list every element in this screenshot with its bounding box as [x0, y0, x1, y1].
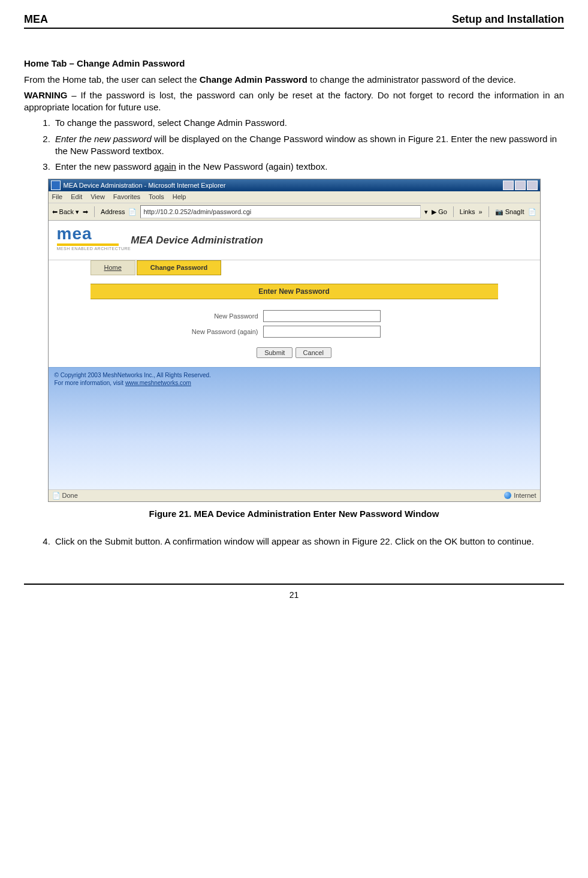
links-chevron-icon: » [479, 208, 483, 217]
maximize-button[interactable] [515, 181, 526, 190]
menu-edit[interactable]: Edit [71, 193, 82, 202]
menu-tools[interactable]: Tools [149, 193, 164, 202]
new-password-input[interactable] [263, 310, 381, 322]
page-content: mea MESH ENABLED ARCHITECTURE MEA Device… [49, 221, 540, 489]
s3u: again [154, 161, 176, 172]
step-2: Enter the new password will be displayed… [53, 133, 564, 158]
forward-button[interactable]: ➡ [83, 208, 88, 217]
submit-button[interactable]: Submit [257, 347, 293, 358]
button-row: Submit Cancel [49, 346, 540, 358]
warning-text: – If the password is lost, the password … [24, 90, 564, 112]
status-done: Done [62, 492, 78, 499]
menu-favorites[interactable]: Favorites [113, 193, 140, 202]
admin-title: MEA Device Administration [131, 234, 263, 248]
back-label: Back [59, 208, 74, 215]
page-icon: 📄 [128, 208, 137, 217]
row-new-password-again: New Password (again) [168, 326, 540, 338]
menu-help[interactable]: Help [173, 193, 186, 202]
figure-caption: Figure 21. MEA Device Administration Ent… [24, 508, 564, 520]
s1b: . [285, 118, 287, 128]
intro-a: From the Home tab, the user can select t… [24, 74, 200, 85]
mea-logo: mea [57, 227, 119, 246]
menu-view[interactable]: View [91, 193, 105, 202]
s3c: textbox. [294, 161, 328, 172]
back-button[interactable]: ⬅ Back ▾ [52, 208, 80, 217]
menubar: File Edit View Favorites Tools Help [49, 191, 540, 203]
cancel-button[interactable]: Cancel [295, 347, 331, 358]
enter-new-heading: Enter New Password [91, 284, 498, 299]
s1bold: Change Admin Password [183, 118, 284, 128]
toolbar: ⬅ Back ▾ ➡ Address 📄 ▾ ▶ Go Links » 📷 Sn… [49, 203, 540, 221]
s4bold2: OK [445, 536, 458, 546]
page-footer: © Copyright 2003 MeshNetworks Inc., All … [49, 367, 540, 489]
address-label: Address [101, 208, 125, 217]
header-right: Setup and Installation [452, 12, 564, 26]
tab-home[interactable]: Home [91, 260, 135, 275]
s3bold: New Password (again) [203, 161, 294, 172]
label-new-password-again: New Password (again) [168, 327, 263, 336]
tab-bar: Home Change Password [91, 260, 540, 275]
mea-header: mea MESH ENABLED ARCHITECTURE MEA Device… [49, 221, 540, 260]
ie-icon [51, 181, 61, 190]
page-header: MEA Setup and Installation [24, 12, 564, 29]
tab-change-password[interactable]: Change Password [137, 260, 221, 275]
snagit-extra-icon[interactable]: 📄 [528, 208, 536, 217]
s4c: button to continue. [457, 536, 534, 546]
s4a: Click on the [55, 536, 105, 546]
warning-paragraph: WARNING – If the password is lost, the p… [24, 89, 564, 114]
window-title: MEA Device Administration - Microsoft In… [64, 181, 226, 190]
steps-list-continued: Click on the Submit button. A confirmati… [53, 536, 564, 548]
page-number: 21 [24, 584, 564, 601]
copyright-text: © Copyright 2003 MeshNetworks Inc., All … [55, 371, 534, 380]
status-internet: Internet [514, 491, 536, 500]
s3a: Enter the new password [55, 161, 154, 172]
steps-list: To change the password, select Change Ad… [53, 117, 564, 173]
step-1: To change the password, select Change Ad… [53, 117, 564, 129]
s4bold1: Submit [105, 536, 133, 546]
window-buttons [503, 181, 538, 190]
step-4: Click on the Submit button. A confirmati… [53, 536, 564, 548]
s2b: textbox. [130, 146, 164, 156]
warning-lead: WARNING [24, 90, 68, 100]
minimize-button[interactable] [503, 181, 514, 190]
logo-block: mea MESH ENABLED ARCHITECTURE [57, 227, 131, 251]
s2italic: Enter the new password [55, 134, 152, 144]
label-new-password: New Password [168, 312, 263, 321]
snagit-button[interactable]: 📷 SnagIt [495, 208, 524, 217]
s4b: button. A confirmation window will appea… [132, 536, 444, 546]
go-button[interactable]: ▶ Go [432, 208, 447, 217]
snagit-label: SnagIt [505, 208, 524, 215]
intro-b: to change the administrator password of … [307, 74, 516, 85]
new-password-again-input[interactable] [263, 326, 381, 338]
address-input[interactable] [140, 205, 421, 218]
menu-file[interactable]: File [52, 193, 63, 202]
links-label[interactable]: Links [460, 208, 475, 217]
intro-bold: Change Admin Password [200, 74, 307, 85]
step-3: Enter the new password again in the New … [53, 161, 564, 173]
go-label: Go [438, 208, 447, 215]
moreinfo-text: For more information, visit [55, 380, 125, 386]
header-left: MEA [24, 12, 48, 26]
dropdown-icon[interactable]: ▾ [424, 208, 428, 217]
s1a: To change the password, select [55, 118, 183, 128]
close-button[interactable] [527, 181, 538, 190]
screenshot-window: MEA Device Administration - Microsoft In… [48, 179, 541, 501]
status-bar: 📄 Done Internet [49, 489, 540, 501]
intro-paragraph: From the Home tab, the user can select t… [24, 74, 564, 86]
window-titlebar: MEA Device Administration - Microsoft In… [49, 179, 540, 191]
globe-icon [504, 492, 511, 499]
mea-logo-subtitle: MESH ENABLED ARCHITECTURE [57, 246, 131, 251]
moreinfo-link[interactable]: www.meshnetworks.com [125, 380, 191, 386]
form-block: Enter New Password New Password New Pass… [49, 284, 540, 366]
row-new-password: New Password [168, 310, 540, 322]
s2bold: New Password [70, 146, 130, 156]
s3b: in the [176, 161, 203, 172]
section-title: Home Tab – Change Admin Password [24, 58, 564, 70]
